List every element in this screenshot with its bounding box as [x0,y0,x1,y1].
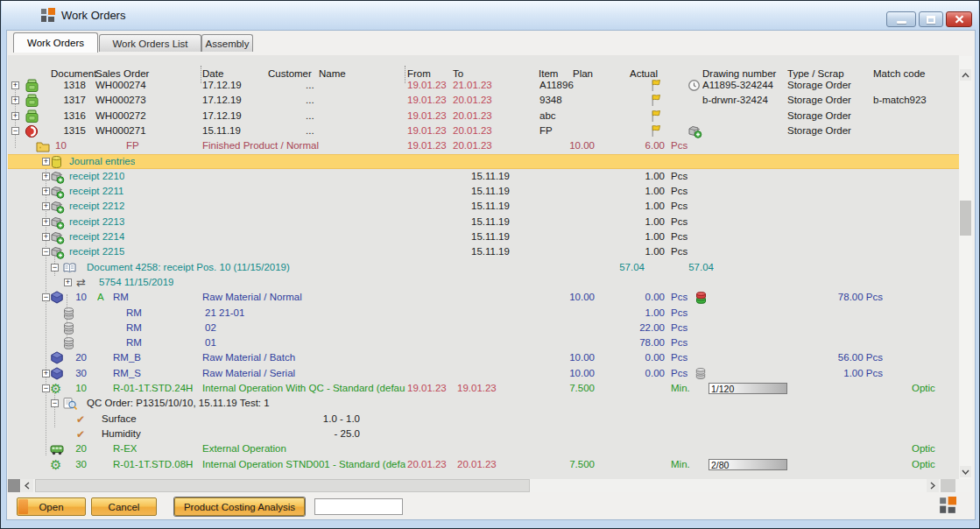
cancel-button[interactable]: Cancel [91,497,157,516]
tree-row-journal-entries[interactable]: +Journal entries [8,154,959,169]
cell-unit: Pcs [671,169,687,183]
tree-row-receipt-2214[interactable]: +receipt 221415.11.191.00Pcs [8,229,959,244]
vertical-scrollbar-track[interactable] [959,56,972,479]
tree-row-wo-1318[interactable]: +1318WH00027417.12.19...19.01.2321.01.23… [8,78,959,93]
cell-date: 15.11.19 [202,123,241,138]
tree-row-qc-surface[interactable]: ✔Surface1.0 - 1.0 [8,412,959,427]
scroll-left-arrow-icon[interactable] [21,479,33,492]
receipt-icon [50,199,65,214]
cell-actual: 1.00 [586,215,665,229]
cell-rnum: 30 [8,366,87,380]
tab-label: Work Orders List [112,39,187,49]
cancel-button-label: Cancel [109,502,140,512]
tree-row-receipt-2213[interactable]: +receipt 221315.11.191.00Pcs [8,215,959,229]
cell-from: 20.01.23 [407,457,447,471]
tree-row-op-10[interactable]: −⚙10R-01-1T.STD.24HInternal Operation Wi… [8,381,959,396]
tree-row-rm-wh-01[interactable]: RM0178.00Pcs [8,335,959,350]
tree-row-op-20-rex[interactable]: 20R-EXExternal OperationOptic [8,441,959,456]
tree-row-comp-30-rms[interactable]: +30RM_SRaw Material / Serial10.000.00Pcs… [8,366,959,381]
tree-expander[interactable]: + [42,218,50,226]
close-button[interactable] [946,11,972,27]
tree-row-pos-10-fp[interactable]: 10FPFinished Product / Normal19.01.2320.… [8,138,959,153]
tree-row-wo-1316[interactable]: +1316WH00027217.12.19...19.01.2320.01.23… [8,109,959,123]
tab-work-orders-list[interactable]: Work Orders List [99,34,201,52]
receipt-icon [50,169,65,184]
tree-row-wo-1317[interactable]: +1317WH00027317.12.19...19.01.2320.01.23… [8,93,959,108]
cell-name2: RM [126,335,142,349]
cell-unit: Pcs [671,229,687,243]
tree-row-rm-wh-21[interactable]: RM21 21-011.00Pcs [8,306,959,321]
tree-row-comp-20-rmb[interactable]: 20RM_BRaw Material / Batch10.000.00Pcs56… [8,350,959,365]
tree-row-doc-4258[interactable]: −Document 4258: receipt Pos. 10 (11/15/2… [8,260,959,275]
cell-pos: 10 [55,138,67,152]
cell-actual: 0.00 [586,366,665,380]
cell-date: 17.12.19 [202,109,242,123]
scroll-right-arrow-icon[interactable] [927,479,939,492]
tab-label: Work Orders [27,38,84,48]
cell-item: A11896 [539,78,574,92]
vertical-scrollbar-thumb[interactable] [960,201,971,236]
scroll-up-arrow-icon[interactable] [960,69,971,81]
tree-row-op-30[interactable]: ⚙30R-01-1T.STD.08HInternal Operation STN… [8,457,959,472]
tree-row-receipt-2215[interactable]: −receipt 221515.11.191.00Pcs [8,244,959,259]
open-button[interactable]: Open [17,497,86,516]
tree-row-rm-wh-02[interactable]: RM0222.00Pcs [8,321,959,335]
tree-row-qc-order[interactable]: −QC Order: P1315/10/10, 15.11.19 Test: 1 [8,396,959,411]
splitter-grip[interactable] [8,479,20,492]
cell-unit: Pcs [671,350,687,364]
cell-name: RM_S [113,366,141,380]
receipt-icon [50,244,65,259]
cell-actual: 0.00 [586,290,665,304]
tree-row-qc-humidity[interactable]: ✔Humidity- 25.0 [8,427,959,441]
minimize-button[interactable] [886,11,916,27]
cell-to: 20.01.23 [453,138,492,152]
tree-expander[interactable]: + [42,187,50,195]
tree-expander[interactable]: + [42,202,50,210]
tree-expander[interactable]: − [42,248,50,256]
cell-unit: Pcs [671,199,687,213]
cell-plan: 10.00 [516,138,595,152]
tree-expander[interactable]: + [42,173,50,180]
maximize-icon [927,16,935,24]
scroll-down-arrow-icon[interactable] [960,466,971,477]
cell-actual: 1.00 [586,229,665,243]
cell-actual: 1.00 [586,199,665,213]
tree-expander[interactable]: + [42,158,50,166]
cell-type: Storage Order [787,109,851,123]
cell-doc: 1317 [8,93,86,107]
cell-name2: FP [126,138,139,152]
cell-from: 19.01.23 [407,123,447,138]
horizontal-scrollbar-thumb[interactable] [35,479,530,492]
tree-row-wo-1315[interactable]: −1315WH00027115.11.19...19.01.2320.01.23… [8,123,959,138]
cell-unit: Pcs [671,244,687,258]
footer-text-input[interactable] [314,498,403,515]
cell-unit: Pcs [671,184,687,198]
tree-expander[interactable]: + [42,233,50,241]
cell-to: 20.01.23 [453,109,492,123]
cell-actual: 0.00 [586,350,665,364]
tree-expander[interactable]: + [64,279,72,286]
tab-assembly[interactable]: Assembly [201,34,253,52]
cell-type: Storage Order [787,78,851,92]
cell-unit: Min. [671,457,690,471]
cell-avail: A [97,290,104,304]
product-costing-analysis-button[interactable]: Product Costing Analysis [174,497,305,516]
cell-actual: 6.00 [586,138,665,152]
tree-row-comp-10-rm[interactable]: −10ARMRaw Material / Normal10.000.00Pcs7… [8,290,959,305]
capacity-bar: 1/120 [709,383,787,394]
tree-row-receipt-2211[interactable]: +receipt 221115.11.191.00Pcs [8,184,959,199]
tree-expander[interactable]: − [51,264,59,272]
cell-child: receipt 2211 [69,184,123,198]
tree-row-receipt-2210[interactable]: +receipt 221015.11.191.00Pcs [8,169,959,184]
cell-desc: Finished Product / Normal [202,138,405,152]
check-icon: ✔ [76,427,85,441]
maximize-button[interactable] [919,11,943,27]
tree-row-je-5754[interactable]: +⇄5754 11/15/2019 [8,275,959,290]
tab-work-orders[interactable]: Work Orders [13,32,98,53]
cell-name2: RM [126,306,142,320]
tree-row-receipt-2212[interactable]: +receipt 221215.11.191.00Pcs [8,199,959,214]
title-bar[interactable]: Work Orders [2,1,978,30]
tree-expander[interactable]: − [51,399,59,407]
cell-from: 19.01.23 [407,138,447,152]
cell-name: RM_B [113,350,141,364]
